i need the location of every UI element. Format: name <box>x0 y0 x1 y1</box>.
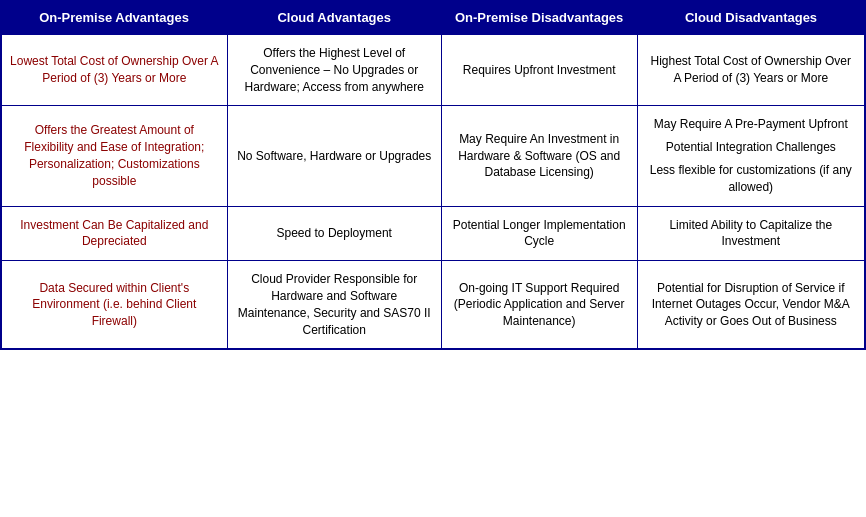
row-0-on-prem-dis: Requires Upfront Investment <box>441 34 637 106</box>
row-3-on-prem-adv: Data Secured within Client's Environment… <box>1 261 227 350</box>
row-1-cloud-adv: No Software, Hardware or Upgrades <box>227 106 441 206</box>
row-1-on-prem-dis: May Require An Investment in Hardware & … <box>441 106 637 206</box>
row-2-on-prem-adv: Investment Can Be Capitalized and Deprec… <box>1 206 227 261</box>
row-3-cloud-adv: Cloud Provider Responsible for Hardware … <box>227 261 441 350</box>
row-2-on-prem-dis: Potential Longer Implementation Cycle <box>441 206 637 261</box>
row-0-on-prem-adv: Lowest Total Cost of Ownership Over A Pe… <box>1 34 227 106</box>
comparison-table: On-Premise Advantages Cloud Advantages O… <box>0 0 866 350</box>
row-2-cloud-adv: Speed to Deployment <box>227 206 441 261</box>
header-on-prem-dis: On-Premise Disadvantages <box>441 1 637 34</box>
row-1-on-prem-adv: Offers the Greatest Amount of Flexibilit… <box>1 106 227 206</box>
row-3-on-prem-dis: On-going IT Support Required (Periodic A… <box>441 261 637 350</box>
row-3-cloud-dis: Potential for Disruption of Service if I… <box>637 261 865 350</box>
header-cloud-dis: Cloud Disadvantages <box>637 1 865 34</box>
header-on-prem-adv: On-Premise Advantages <box>1 1 227 34</box>
row-0-cloud-adv: Offers the Highest Level of Convenience … <box>227 34 441 106</box>
row-2-cloud-dis: Limited Ability to Capitalize the Invest… <box>637 206 865 261</box>
row-0-cloud-dis: Highest Total Cost of Ownership Over A P… <box>637 34 865 106</box>
header-cloud-adv: Cloud Advantages <box>227 1 441 34</box>
row-1-cloud-dis: May Require A Pre-Payment UpfrontPotenti… <box>637 106 865 206</box>
